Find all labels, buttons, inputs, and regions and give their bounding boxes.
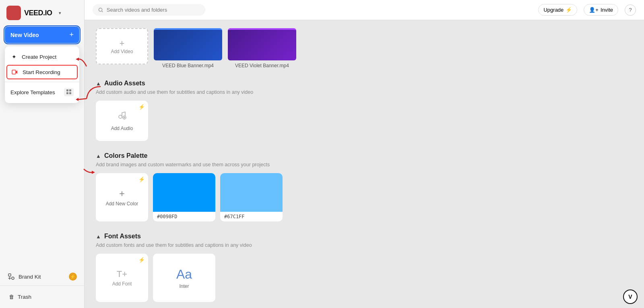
audio-section-toggle[interactable]: ▲ — [96, 81, 101, 87]
search-icon — [98, 7, 103, 13]
svg-rect-0 — [12, 70, 16, 74]
color-badge-icon: ⚡ — [138, 176, 145, 182]
svg-rect-1 — [66, 89, 68, 91]
sidebar: VEED.IO ▾ New Video + ✦ Create Project S… — [0, 0, 85, 308]
color-swatch-0 — [153, 173, 215, 212]
svg-rect-4 — [69, 92, 71, 94]
explore-templates-label: Explore Templates — [10, 89, 55, 95]
record-icon — [11, 68, 19, 76]
topbar-right: Upgrade ⚡ 👤+ Invite ? — [538, 4, 636, 16]
trash-icon: 🗑 — [9, 294, 14, 300]
content-area: + Add Video VEED Blue Banner.mp4 VEED Vi… — [85, 20, 644, 308]
audio-section-header: ▲ Audio Assets — [96, 80, 633, 87]
font-inter-card[interactable]: Aa Inter — [153, 254, 215, 302]
color-hex-1: #67C1FF — [220, 212, 283, 221]
sidebar-bottom: 🗑 Trash — [0, 285, 84, 308]
new-video-button[interactable]: New Video + — [5, 27, 79, 43]
color-swatch-1 — [220, 173, 283, 212]
font-section-desc: Add custom fonts and use them for subtit… — [96, 242, 633, 248]
add-font-card[interactable]: ⚡ T+ Add Font — [96, 254, 148, 302]
brand-kit-label: Brand Kit — [19, 274, 41, 280]
start-recording-label: Start Recording — [23, 69, 60, 75]
colors-section-toggle[interactable]: ▲ — [96, 153, 101, 159]
audio-section-title: Audio Assets — [104, 80, 145, 87]
font-section-header: ▲ Font Assets — [96, 233, 633, 240]
font-assets-section: ▲ Font Assets Add custom fonts and use t… — [96, 233, 633, 302]
font-section-toggle[interactable]: ▲ — [96, 234, 101, 240]
explore-templates-item[interactable]: Explore Templates — [5, 85, 79, 100]
font-sample-text: Aa — [176, 267, 192, 282]
logo-text: VEED.IO — [24, 9, 52, 17]
add-audio-card[interactable]: ⚡ Add Audio — [96, 101, 148, 141]
svg-rect-2 — [69, 89, 71, 91]
search-input[interactable] — [107, 7, 200, 13]
topbar: Upgrade ⚡ 👤+ Invite ? — [85, 0, 644, 20]
font-name: Inter — [179, 283, 189, 289]
create-project-item[interactable]: ✦ Create Project — [5, 50, 79, 64]
user-avatar[interactable]: V — [623, 289, 638, 304]
add-video-icon: + — [120, 38, 125, 49]
main-content: Upgrade ⚡ 👤+ Invite ? + Add Video VEED B… — [85, 0, 644, 308]
add-font-label: Add Font — [112, 281, 132, 287]
audio-badge-icon: ⚡ — [138, 104, 145, 110]
video-blue-container: VEED Blue Banner.mp4 — [154, 28, 222, 68]
person-add-icon: 👤+ — [589, 7, 599, 13]
create-project-label: Create Project — [22, 54, 56, 60]
add-audio-label: Add Audio — [111, 126, 133, 131]
brand-kit-upgrade-badge: ⚡ — [69, 273, 77, 281]
font-cards: ⚡ T+ Add Font Aa Inter — [96, 254, 633, 302]
add-color-plus-icon: + — [119, 188, 125, 199]
trash-label: Trash — [18, 294, 31, 300]
help-button[interactable]: ? — [625, 4, 636, 16]
font-add-icon: T+ — [117, 269, 127, 279]
add-color-label: Add New Color — [106, 201, 138, 207]
colors-section-desc: Add brand images and custom watermarks a… — [96, 162, 633, 167]
invite-label: Invite — [601, 7, 613, 13]
colors-cards: ⚡ + Add New Color #0098FD #67C1FF — [96, 173, 633, 221]
svg-point-6 — [12, 277, 14, 279]
svg-rect-5 — [8, 274, 11, 276]
add-video-label: Add Video — [111, 49, 133, 54]
new-video-plus-icon: + — [69, 31, 74, 39]
font-section-title: Font Assets — [104, 233, 141, 240]
help-icon: ? — [629, 7, 632, 13]
color-card-1[interactable]: #67C1FF — [220, 173, 283, 221]
font-badge-icon: ⚡ — [138, 257, 145, 263]
audio-asset-cards: ⚡ Add Audio — [96, 101, 633, 141]
video-row: + Add Video VEED Blue Banner.mp4 VEED Vi… — [96, 28, 633, 68]
upgrade-button[interactable]: Upgrade ⚡ — [538, 4, 577, 16]
add-video-card[interactable]: + Add Video — [96, 28, 148, 64]
audio-assets-section: ▲ Audio Assets Add custom audio and use … — [96, 80, 633, 141]
audio-section-desc: Add custom audio and use them for subtit… — [96, 89, 633, 95]
workspace-dropdown[interactable]: ▾ — [56, 9, 64, 17]
color-card-0[interactable]: #0098FD — [153, 173, 215, 221]
audio-add-icon — [116, 110, 128, 124]
search-bar[interactable] — [93, 4, 205, 16]
divider — [5, 82, 79, 82]
video-violet-label: VEED Violet Banner.mp4 — [235, 63, 289, 68]
create-project-icon: ✦ — [10, 53, 18, 60]
sidebar-item-brand-kit[interactable]: Brand Kit ⚡ — [3, 269, 81, 284]
video-blue-label: VEED Blue Banner.mp4 — [162, 63, 214, 68]
upgrade-lightning-icon: ⚡ — [566, 7, 572, 13]
upgrade-label: Upgrade — [543, 7, 564, 13]
brand-kit-icon — [7, 273, 15, 280]
lightning-small-icon: ⚡ — [70, 274, 76, 279]
invite-button[interactable]: 👤+ Invite — [584, 4, 618, 16]
video-violet-container: VEED Violet Banner.mp4 — [228, 28, 296, 68]
colors-palette-section: ▲ Colors Palette Add brand images and cu… — [96, 152, 633, 221]
logo-area: VEED.IO ▾ — [0, 0, 84, 24]
colors-section-title: Colors Palette — [104, 152, 148, 159]
logo-icon — [6, 6, 21, 20]
new-video-label: New Video — [10, 32, 39, 38]
video-blue-thumbnail[interactable] — [154, 28, 222, 60]
colors-section-header: ▲ Colors Palette — [96, 152, 633, 159]
add-color-card[interactable]: ⚡ + Add New Color — [96, 173, 148, 221]
video-violet-thumbnail[interactable] — [228, 28, 296, 60]
new-video-dropdown: ✦ Create Project Start Recording Explore… — [5, 46, 79, 103]
start-recording-item[interactable]: Start Recording — [6, 65, 78, 79]
trash-item[interactable]: 🗑 Trash — [5, 291, 79, 303]
color-hex-0: #0098FD — [153, 212, 215, 221]
avatar-label: V — [628, 294, 632, 300]
explore-badge — [64, 88, 74, 96]
